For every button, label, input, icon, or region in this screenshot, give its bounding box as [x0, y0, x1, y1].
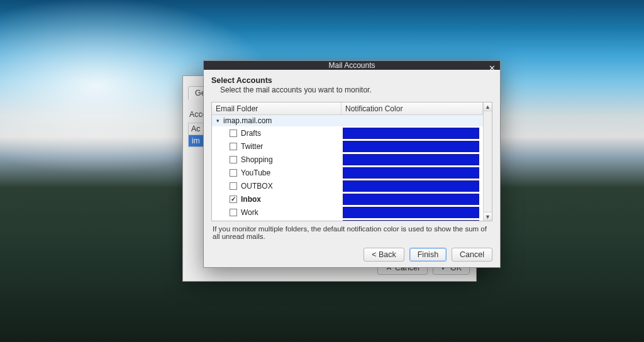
scroll-up-arrow-icon[interactable]: ▲: [484, 102, 492, 111]
close-button[interactable]: ✕: [486, 62, 497, 74]
vertical-scrollbar[interactable]: ▲ ▼: [483, 102, 492, 221]
mail-accounts-dialog: Mail Accounts ✕ Select Accounts Select t…: [203, 60, 501, 268]
dialog-title: Mail Accounts: [328, 61, 375, 70]
folder-row[interactable]: OUTBOX: [212, 179, 483, 192]
column-header-folder[interactable]: Email Folder: [212, 102, 341, 114]
folder-name: Twitter: [241, 142, 263, 151]
folder-name: OUTBOX: [241, 182, 273, 190]
close-icon: ✕: [489, 63, 496, 73]
folder-row[interactable]: Drafts: [212, 126, 483, 140]
folder-checkbox[interactable]: [230, 209, 237, 216]
notification-color-swatch[interactable]: [343, 194, 479, 205]
folder-checkbox[interactable]: [230, 169, 237, 177]
page-subheading: Select the mail accounts you want to mon…: [220, 86, 492, 94]
folder-row[interactable]: Shopping: [212, 153, 483, 166]
page-heading: Select Accounts: [211, 76, 492, 85]
folder-name: Shopping: [241, 155, 273, 164]
notification-color-swatch[interactable]: [343, 167, 479, 179]
notification-color-swatch[interactable]: [343, 128, 479, 139]
account-name: imap.mail.com: [223, 116, 272, 125]
folder-checkbox[interactable]: [230, 156, 237, 163]
folder-name: Work: [241, 208, 258, 217]
folder-row[interactable]: Ranking: [212, 219, 483, 221]
folder-checkbox[interactable]: [230, 130, 237, 137]
hint-text: If you monitor multiple folders, the def…: [213, 225, 491, 240]
notification-color-swatch[interactable]: [343, 220, 479, 221]
folder-checkbox[interactable]: [230, 143, 237, 150]
folder-name: Drafts: [241, 129, 261, 138]
titlebar[interactable]: Mail Accounts ✕: [204, 61, 500, 70]
folder-row[interactable]: ✓Inbox: [212, 192, 483, 206]
cancel-button[interactable]: Cancel: [452, 248, 492, 262]
scroll-down-arrow-icon[interactable]: ▼: [484, 212, 492, 221]
folder-name: Inbox: [241, 195, 261, 204]
account-row[interactable]: ▾imap.mail.com: [212, 115, 483, 126]
back-button[interactable]: < Back: [364, 248, 404, 262]
folder-row[interactable]: Work: [212, 206, 483, 219]
notification-color-swatch[interactable]: [343, 154, 479, 165]
notification-color-swatch[interactable]: [343, 180, 479, 192]
folders-table: Email Folder Notification Color ▾imap.ma…: [211, 102, 492, 221]
column-header-color[interactable]: Notification Color: [341, 102, 483, 114]
folder-checkbox[interactable]: [230, 182, 237, 190]
notification-color-swatch[interactable]: [343, 207, 479, 218]
folder-row[interactable]: Twitter: [212, 140, 483, 153]
tree-collapse-icon[interactable]: ▾: [214, 118, 221, 124]
folder-name: YouTube: [241, 168, 270, 177]
folder-checkbox[interactable]: ✓: [230, 196, 237, 203]
folder-row[interactable]: YouTube: [212, 166, 483, 179]
finish-button[interactable]: Finish: [409, 248, 447, 262]
notification-color-swatch[interactable]: [343, 141, 479, 152]
